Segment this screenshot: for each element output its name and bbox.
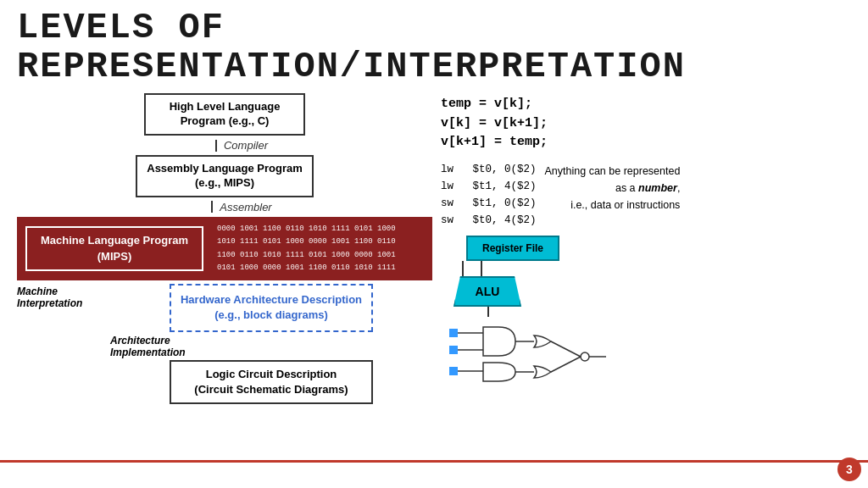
asm-code-block: lw $t0, 0($2) lw $t1, 4($2) sw $t1, 0($2… (441, 161, 537, 229)
main-layout: High Level Language Program (e.g., C) Co… (17, 93, 851, 404)
and-gate-1 (483, 327, 515, 356)
binary-line-3: 1100 0110 1010 1111 0101 1000 0000 1001 (217, 249, 427, 262)
conn-line-1 (462, 261, 464, 276)
alu-box: ALU (453, 276, 521, 307)
conn-line-2 (481, 261, 482, 276)
arrow-v2 (211, 201, 213, 213)
register-file-box: Register File (466, 236, 559, 261)
code-block: temp = v[k]; v[k] = v[k+1]; v[k+1] = tem… (441, 95, 851, 152)
binary-line-2: 1010 1111 0101 1000 0000 1001 1100 0110 (217, 236, 427, 248)
machine-label: Machine Language Program (MIPS) (41, 234, 188, 262)
assembly-label: Assembly Language Program (e.g., MIPS) (147, 162, 303, 189)
slide-title: LEVELS OF REPRESENTATION/INTERPRETATION (17, 8, 851, 86)
gate-input-3 (449, 367, 458, 375)
alu-output (487, 307, 489, 317)
output-bubble (581, 352, 589, 361)
binary-line-1: 0000 1001 1100 0110 1010 1111 0101 1000 (217, 223, 427, 236)
final-wire-2 (551, 357, 581, 372)
asm-note-row: lw $t0, 0($2) lw $t1, 4($2) sw $t1, 0($2… (441, 161, 851, 229)
code-line-1: temp = v[k]; (441, 95, 851, 114)
gate-input-1 (449, 329, 458, 337)
logic-circuit-box: Logic Circuit Description(Circuit Schema… (170, 360, 373, 404)
final-wire-1 (551, 341, 581, 357)
hardware-arch-label: Hardware Architecture Description (181, 293, 362, 306)
compiler-label: Compiler (224, 137, 268, 153)
right-diagram: Register File ALU (441, 236, 851, 400)
asm-description: Anything can be represented as a number,… (545, 161, 681, 229)
high-level-label: High Level Language Program (e.g., C) (170, 100, 281, 127)
arch-impl-label: ArchitectureImplementation (110, 335, 199, 358)
right-column: temp = v[k]; v[k] = v[k+1]; v[k+1] = tem… (441, 93, 851, 404)
logic-gates-svg (449, 320, 619, 396)
high-level-box: High Level Language Program (e.g., C) (144, 93, 305, 136)
hardware-arch-box: Hardware Architecture Description (e.g.,… (170, 284, 373, 331)
assembly-box: Assembly Language Program (e.g., MIPS) (136, 155, 314, 197)
register-file-label: Register File (482, 242, 543, 254)
lower-left: MachineInterpretation Hardware Architect… (17, 284, 432, 404)
machine-box: Machine Language Program (MIPS) (25, 226, 203, 270)
alu-label: ALU (476, 285, 500, 298)
code-line-3: v[k+1] = temp; (441, 133, 851, 152)
machine-interp-label: MachineInterpretation (17, 286, 110, 309)
assembler-label: Assembler (220, 199, 271, 215)
code-line-2: v[k] = v[k+1]; (441, 114, 851, 134)
connector-lines (462, 261, 482, 276)
bottom-divider (0, 460, 868, 463)
logic-gates-area (449, 320, 619, 400)
slide: LEVELS OF REPRESENTATION/INTERPRETATION … (0, 0, 868, 488)
asm-note-2: as a number, (545, 180, 681, 197)
binary-line-4: 0101 1000 0000 1001 1100 0110 1010 1111 (217, 262, 427, 274)
left-column: High Level Language Program (e.g., C) Co… (17, 93, 432, 404)
hardware-arch-sub: (e.g., block diagrams) (214, 308, 328, 321)
asm-note-3: i.e., data or instructions (545, 197, 681, 214)
binary-display: 0000 1001 1100 0110 1010 1111 0101 1000 … (212, 220, 432, 277)
alu-out-line (487, 307, 489, 317)
arch-impl-row: ArchitectureImplementation (110, 335, 432, 358)
gate-input-2 (449, 346, 458, 354)
arrow-v1 (215, 140, 217, 152)
or-gate-2 (534, 366, 551, 378)
asm-note-1: Anything can be represented (545, 163, 681, 180)
and-gate-2 (483, 363, 515, 381)
hardware-logic-col: Hardware Architecture Description (e.g.,… (110, 284, 432, 404)
machine-language-row: Machine Language Program (MIPS) 0000 100… (17, 217, 432, 280)
logic-circuit-label: Logic Circuit Description(Circuit Schema… (194, 368, 348, 396)
or-gate (534, 336, 551, 347)
